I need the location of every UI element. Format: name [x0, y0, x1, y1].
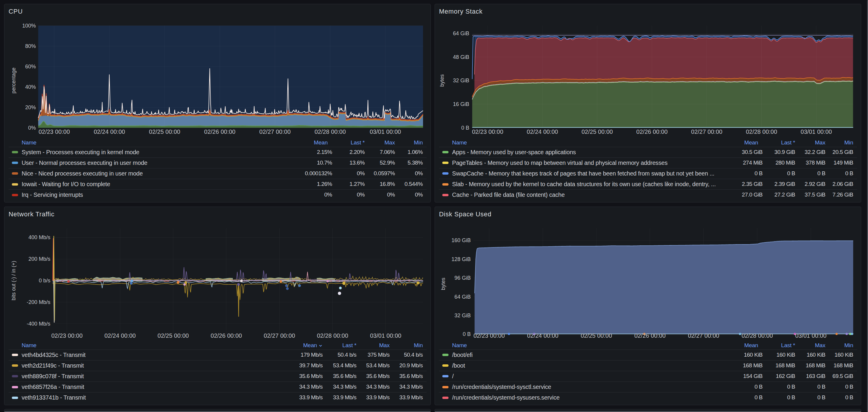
svg-text:02/23 00:00: 02/23 00:00: [38, 129, 70, 135]
svg-text:80%: 80%: [25, 43, 36, 49]
svg-text:03/01 00:00: 03/01 00:00: [370, 332, 401, 339]
svg-text:02/25 00:00: 02/25 00:00: [149, 129, 180, 135]
svg-text:02/25 00:00: 02/25 00:00: [158, 332, 189, 339]
svg-text:64 GiB: 64 GiB: [453, 31, 469, 36]
svg-text:0 B: 0 B: [463, 331, 471, 337]
svg-text:64 GiB: 64 GiB: [455, 294, 471, 300]
svg-text:02/24 00:00: 02/24 00:00: [104, 332, 136, 339]
svg-text:02/24 00:00: 02/24 00:00: [527, 129, 558, 135]
svg-text:02/23 00:00: 02/23 00:00: [473, 332, 505, 339]
svg-text:bytes: bytes: [440, 278, 446, 290]
svg-text:02/26 00:00: 02/26 00:00: [634, 332, 666, 339]
svg-text:400 Mb/s: 400 Mb/s: [28, 234, 50, 240]
svg-text:60%: 60%: [25, 64, 36, 70]
svg-text:02/23 00:00: 02/23 00:00: [472, 129, 503, 135]
svg-text:02/28 00:00: 02/28 00:00: [315, 129, 346, 135]
svg-text:02/23 00:00: 02/23 00:00: [51, 332, 83, 339]
svg-text:48 GiB: 48 GiB: [453, 54, 469, 60]
svg-text:03/01 00:00: 03/01 00:00: [370, 129, 401, 135]
svg-text:32 GiB: 32 GiB: [453, 77, 469, 83]
svg-text:-200 Mb/s: -200 Mb/s: [27, 299, 50, 305]
svg-text:0%: 0%: [28, 125, 36, 131]
svg-text:02/27 00:00: 02/27 00:00: [264, 332, 295, 339]
svg-text:100%: 100%: [22, 23, 36, 29]
svg-text:02/28 00:00: 02/28 00:00: [746, 129, 777, 135]
svg-text:02/27 00:00: 02/27 00:00: [688, 332, 719, 339]
svg-text:20%: 20%: [25, 104, 36, 110]
svg-text:03/01 00:00: 03/01 00:00: [801, 129, 832, 135]
svg-text:0 b/s: 0 b/s: [39, 278, 50, 283]
svg-text:02/26 00:00: 02/26 00:00: [204, 129, 236, 135]
svg-text:02/28 00:00: 02/28 00:00: [317, 332, 348, 339]
svg-text:32 GiB: 32 GiB: [455, 313, 471, 318]
svg-text:160 GiB: 160 GiB: [452, 237, 471, 243]
svg-text:bits out (-) / in (+): bits out (-) / in (+): [11, 261, 17, 300]
svg-text:02/24 00:00: 02/24 00:00: [94, 129, 125, 135]
svg-text:02/28 00:00: 02/28 00:00: [742, 332, 773, 339]
svg-text:128 GiB: 128 GiB: [452, 256, 471, 262]
svg-text:02/27 00:00: 02/27 00:00: [259, 129, 290, 135]
svg-text:02/26 00:00: 02/26 00:00: [211, 332, 242, 339]
svg-text:0 B: 0 B: [461, 125, 469, 131]
svg-text:200 Mb/s: 200 Mb/s: [28, 256, 50, 262]
svg-text:-400 Mb/s: -400 Mb/s: [27, 321, 50, 327]
svg-text:02/24 00:00: 02/24 00:00: [527, 332, 558, 339]
svg-text:02/25 00:00: 02/25 00:00: [581, 332, 612, 339]
svg-text:96 GiB: 96 GiB: [455, 275, 471, 281]
svg-text:percentage: percentage: [11, 67, 17, 94]
svg-text:03/01 00:00: 03/01 00:00: [795, 332, 827, 339]
svg-text:02/26 00:00: 02/26 00:00: [636, 129, 668, 135]
svg-text:02/27 00:00: 02/27 00:00: [691, 129, 722, 135]
svg-text:bytes: bytes: [439, 74, 445, 87]
svg-text:40%: 40%: [25, 84, 36, 90]
svg-text:16 GiB: 16 GiB: [453, 101, 469, 107]
svg-text:02/25 00:00: 02/25 00:00: [582, 129, 613, 135]
